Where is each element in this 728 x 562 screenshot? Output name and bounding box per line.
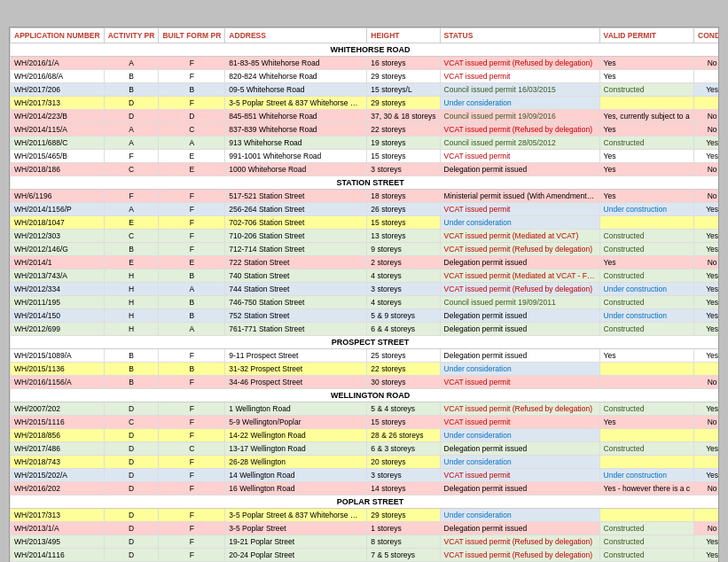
height-cell: 3 storeys: [367, 469, 440, 482]
address-cell: 712-714 Station Street: [225, 243, 367, 256]
height-cell: 4 storeys: [367, 296, 440, 309]
valid-permit-cell: Yes, currently subject to a: [599, 110, 693, 123]
table-row: WH/2014/1116DF20-24 Poplar Street7 & 5 s…: [11, 549, 720, 562]
status-cell: Council issued permit 19/09/2011: [440, 296, 599, 309]
app-number-cell: WH/2011/195: [11, 296, 105, 309]
valid-permit-cell: Yes - however there is a c: [599, 482, 693, 496]
app-number-cell: WH/2018/186: [11, 163, 105, 176]
address-cell: 19-21 Poplar Street: [225, 535, 367, 549]
app-number-cell: WH/2017/486: [11, 442, 105, 456]
col-valid-permit: VALID PERMIT: [599, 28, 693, 43]
activity-cell: D: [104, 482, 159, 496]
status-cell: Under consideration: [440, 97, 599, 110]
height-cell: 15 storeys/L: [367, 83, 440, 97]
built-form-cell: F: [159, 190, 225, 203]
table-row: WH/2018/1047EF702-706 Station Street15 s…: [11, 216, 720, 230]
built-form-cell: C: [159, 442, 225, 456]
height-cell: 7 & 5 storeys: [367, 549, 440, 562]
activity-cell: C: [104, 163, 159, 176]
built-form-cell: F: [159, 70, 225, 83]
address-cell: 746-750 Station Street: [225, 296, 367, 309]
built-form-cell: F: [159, 509, 225, 522]
built-form-cell: F: [159, 216, 225, 230]
cond1-cell: No: [694, 376, 719, 389]
cond1-cell: [694, 456, 719, 469]
cond1-cell: [694, 97, 719, 110]
address-cell: 761-771 Station Street: [225, 323, 367, 336]
spreadsheet: APPLICATION NUMBER ACTIVITY PR BUILT FOR…: [9, 27, 719, 562]
cond1-cell: Yes: [694, 137, 719, 150]
cond1-cell: No: [694, 522, 719, 535]
table-row: WH/2014/115/AAC837-839 Whitehorse Road22…: [11, 123, 720, 137]
app-number-cell: WH/2017/313: [11, 97, 105, 110]
height-cell: 6 & 3 storeys: [367, 442, 440, 456]
status-cell: VCAT issued permit: [440, 416, 599, 429]
cond1-cell: Yes: [694, 349, 719, 363]
app-number-cell: WH/2012/146/G: [11, 243, 105, 256]
status-cell: VCAT issued permit (Refused by delegatio…: [440, 283, 599, 296]
cond1-cell: Yes: [694, 535, 719, 549]
activity-cell: C: [104, 230, 159, 243]
status-cell: Council issued permit 16/03/2015: [440, 83, 599, 97]
address-cell: 20-24 Poplar Street: [225, 549, 367, 562]
built-form-cell: B: [159, 269, 225, 283]
status-cell: Delegation permit issued: [440, 163, 599, 176]
app-number-cell: WH/2014/223/B: [11, 110, 105, 123]
valid-permit-cell: [599, 363, 693, 376]
status-cell: VCAT issued permit (Refused by delegatio…: [440, 402, 599, 416]
valid-permit-cell: Constructed: [599, 243, 693, 256]
activity-cell: F: [104, 150, 159, 163]
table-row: WH/6/1196FF517-521 Station Street18 stor…: [11, 190, 720, 203]
address-cell: 740 Station Street: [225, 269, 367, 283]
app-number-cell: WH/2018/743: [11, 456, 105, 469]
built-form-cell: A: [159, 323, 225, 336]
address-cell: 1000 Whitehorse Road: [225, 163, 367, 176]
valid-permit-cell: Under construction: [599, 469, 693, 482]
height-cell: 9 storeys: [367, 243, 440, 256]
table-row: WH/2017/206BB09-5 Whitehorse Road15 stor…: [11, 83, 720, 97]
data-table: APPLICATION NUMBER ACTIVITY PR BUILT FOR…: [10, 27, 719, 562]
valid-permit-cell: Yes: [599, 349, 693, 363]
cond1-cell: [694, 363, 719, 376]
activity-cell: H: [104, 323, 159, 336]
cond1-cell: No: [694, 163, 719, 176]
col-cond1: COND 1: [694, 28, 719, 43]
valid-permit-cell: Yes: [599, 416, 693, 429]
address-cell: 26-28 Wellington: [225, 456, 367, 469]
table-row: WH/2015/1136BB31-32 Prospect Street22 st…: [11, 363, 720, 376]
height-cell: 29 storeys: [367, 97, 440, 110]
section-header-row: STATION STREET: [11, 176, 720, 190]
cond1-cell: Yes: [694, 309, 719, 323]
activity-cell: B: [104, 83, 159, 97]
activity-cell: D: [104, 442, 159, 456]
height-cell: 15 storeys: [367, 216, 440, 230]
table-row: WH/2013/1/ADF3-5 Poplar Street1 storeysD…: [11, 522, 720, 535]
height-cell: 5 & 9 storeys: [367, 309, 440, 323]
address-cell: 13-17 Wellington Road: [225, 442, 367, 456]
height-cell: 14 storeys: [367, 482, 440, 496]
cond1-cell: [694, 429, 719, 442]
app-number-cell: WH/2014/1116: [11, 549, 105, 562]
valid-permit-cell: [599, 429, 693, 442]
app-number-cell: WH/2015/1136: [11, 363, 105, 376]
valid-permit-cell: Under construction: [599, 309, 693, 323]
address-cell: 81-83-85 Whitehorse Road: [225, 57, 367, 70]
built-form-cell: A: [159, 137, 225, 150]
app-number-cell: WH/2015/202/A: [11, 469, 105, 482]
height-cell: 2 storeys: [367, 256, 440, 269]
built-form-cell: F: [159, 57, 225, 70]
app-number-cell: WH/2018/856: [11, 429, 105, 442]
app-number-cell: WH/2013/743/A: [11, 269, 105, 283]
cond1-cell: Yes: [694, 150, 719, 163]
built-form-cell: F: [159, 482, 225, 496]
status-cell: Delegation permit issued: [440, 309, 599, 323]
table-row: WH/2013/743/AHB740 Station Street4 store…: [11, 269, 720, 283]
height-cell: 13 storeys: [367, 230, 440, 243]
activity-cell: D: [104, 456, 159, 469]
valid-permit-cell: [599, 216, 693, 230]
app-number-cell: WH/2017/206: [11, 83, 105, 97]
table-row: WH/2015/465/BFE991-1001 Whitehorse Road1…: [11, 150, 720, 163]
activity-cell: B: [104, 363, 159, 376]
activity-cell: H: [104, 283, 159, 296]
valid-permit-cell: Yes: [599, 190, 693, 203]
